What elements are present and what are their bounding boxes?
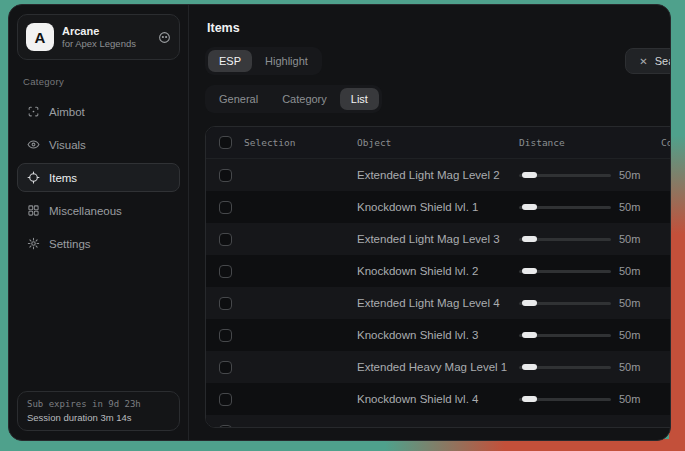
row-checkbox[interactable] [219,361,232,374]
distance-slider[interactable] [519,393,611,405]
aimbot-crosshair-icon [27,105,40,118]
app-subtitle: for Apex Legends [62,38,150,49]
distance-slider[interactable] [519,233,611,245]
slider-handle[interactable] [522,332,537,338]
sidebar-item-label: Settings [49,238,91,250]
object-label: Knockdown Shield lvl. 1 [357,201,519,213]
toolbar: ESPHighlight ✕ Search [205,47,671,75]
object-label: Knockdown Shield lvl. 2 [357,265,519,277]
object-label: Extended Light Mag Level 4 [357,297,519,309]
distance-value: 50m [619,425,661,428]
distance-value: 50m [619,265,661,277]
table-row: Extended Light Mag Level 4 50m [206,287,671,319]
session-duration-text: Session duration 3m 14s [27,412,170,423]
distance-value: 50m [619,297,661,309]
table-row: Backpack lvl. 1 50m [206,415,671,428]
select-all-checkbox[interactable] [219,136,232,149]
table-row: Knockdown Shield lvl. 2 50m [206,255,671,287]
tab-esp[interactable]: ESP [208,50,252,72]
items-target-icon [27,171,40,184]
category-section-label: Category [23,76,174,87]
slider-handle[interactable] [522,364,537,370]
game-background-red [669,0,685,451]
search-button[interactable]: ✕ Search [625,48,671,74]
sidebar-item-settings[interactable]: Settings [17,229,180,258]
distance-slider[interactable] [519,329,611,341]
slider-handle[interactable] [522,300,537,306]
sidebar-item-label: Miscellaneous [49,205,122,217]
distance-value: 50m [619,329,661,341]
object-label: Knockdown Shield lvl. 4 [357,393,519,405]
column-header-distance: Distance [519,137,619,148]
tab-general[interactable]: General [208,88,269,110]
sidebar: A Arcane for Apex Legends Category Aimbo… [9,5,189,440]
column-header-color: Color [661,137,671,148]
sidebar-nav: AimbotVisualsItemsMiscellaneousSettings [17,97,180,258]
table-body: Extended Light Mag Level 2 50m Knockdown… [206,159,671,428]
tab-list[interactable]: List [340,88,379,110]
object-label: Extended Light Mag Level 3 [357,233,519,245]
distance-slider[interactable] [519,425,611,428]
row-checkbox[interactable] [219,297,232,310]
slider-handle[interactable] [522,236,537,242]
distance-value: 50m [619,361,661,373]
sidebar-item-label: Aimbot [49,106,85,118]
app-title: Arcane [62,25,150,37]
row-checkbox[interactable] [219,393,232,406]
row-checkbox[interactable] [219,201,232,214]
session-card: Sub expires in 9d 23h Session duration 3… [17,391,180,431]
table-row: Extended Light Mag Level 2 50m [206,159,671,191]
column-header-object: Object [357,137,519,148]
object-label: Knockdown Shield lvl. 3 [357,329,519,341]
distance-slider[interactable] [519,361,611,373]
brand-card: A Arcane for Apex Legends [17,14,180,60]
slider-handle[interactable] [522,268,537,274]
distance-value: 50m [619,233,661,245]
object-label: Extended Light Mag Level 2 [357,169,519,181]
sidebar-item-visuals[interactable]: Visuals [17,130,180,159]
row-checkbox[interactable] [219,169,232,182]
distance-value: 50m [619,169,661,181]
sidebar-item-label: Items [49,172,77,184]
row-checkbox[interactable] [219,265,232,278]
distance-slider[interactable] [519,169,611,181]
items-table: Selection Object Distance Color Extended… [205,126,671,428]
row-checkbox[interactable] [219,233,232,246]
distance-value: 50m [619,393,661,405]
column-header-selection: Selection [244,137,295,148]
app-window: A Arcane for Apex Legends Category Aimbo… [8,4,671,441]
row-checkbox[interactable] [219,425,232,429]
object-label: Backpack lvl. 1 [357,425,519,428]
tab-category[interactable]: Category [271,88,338,110]
settings-gear-icon [27,237,40,250]
search-x-icon: ✕ [639,56,647,67]
sidebar-item-label: Visuals [49,139,86,151]
table-row: Knockdown Shield lvl. 4 50m [206,383,671,415]
slider-handle[interactable] [522,396,537,402]
slider-handle[interactable] [522,204,537,210]
sidebar-item-items[interactable]: Items [17,163,180,192]
table-row: Extended Heavy Mag Level 1 50m [206,351,671,383]
distance-slider[interactable] [519,265,611,277]
distance-value: 50m [619,201,661,213]
sub-expiry-text: Sub expires in 9d 23h [27,399,170,409]
discord-icon[interactable] [158,31,171,44]
object-label: Extended Heavy Mag Level 1 [357,361,519,373]
visuals-eye-icon [27,138,40,151]
miscellaneous-grid-icon [27,204,40,217]
view-tab-group: GeneralCategoryList [205,85,382,113]
distance-slider[interactable] [519,201,611,213]
distance-slider[interactable] [519,297,611,309]
table-row: Knockdown Shield lvl. 1 50m [206,191,671,223]
sidebar-item-miscellaneous[interactable]: Miscellaneous [17,196,180,225]
row-checkbox[interactable] [219,329,232,342]
tab-highlight[interactable]: Highlight [254,50,319,72]
table-row: Knockdown Shield lvl. 3 50m [206,319,671,351]
search-button-label: Search [655,55,671,67]
app-logo: A [26,23,54,51]
table-row: Extended Light Mag Level 3 50m [206,223,671,255]
sidebar-item-aimbot[interactable]: Aimbot [17,97,180,126]
mode-tab-group: ESPHighlight [205,47,322,75]
slider-handle[interactable] [522,172,537,178]
page-title: Items [207,21,671,35]
